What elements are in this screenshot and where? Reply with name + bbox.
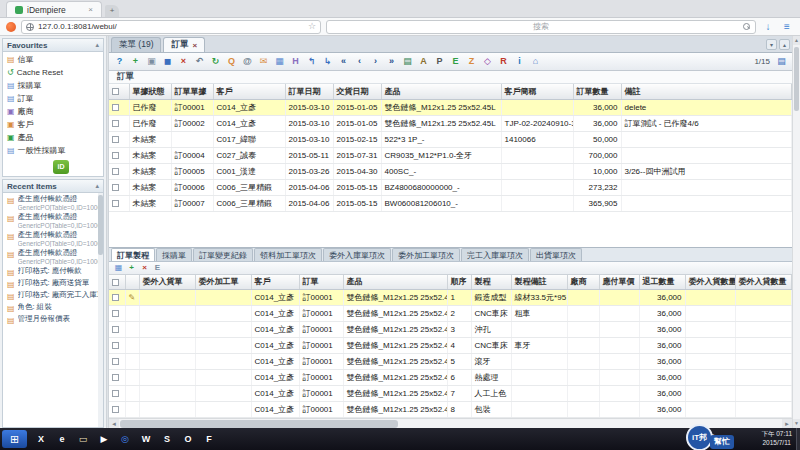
url-field[interactable]: 127.0.0.1:8081/webui/ ☆ <box>21 20 321 34</box>
recent-item[interactable]: ▤ 管理月份報價表 <box>3 314 103 326</box>
browser-icon[interactable]: O <box>179 430 197 448</box>
help-icon[interactable]: ? <box>112 54 127 69</box>
routing-row[interactable]: C014_立彥 訂00001 雙色鏈條_M12x1.25 25x52.45L 2… <box>109 306 792 322</box>
folder-icon[interactable]: ▭ <box>74 430 92 448</box>
detail-tab[interactable]: 領料加工單項次 <box>254 248 322 261</box>
detail-tab[interactable]: 完工入庫單項次 <box>461 248 529 261</box>
row-checkbox[interactable] <box>112 326 119 333</box>
recent-item[interactable]: ▤ 產生應付帳款憑證 GenericPO[Table=0,ID=1000037] <box>3 194 103 212</box>
tab-close-icon[interactable]: × <box>192 41 197 50</box>
column-header[interactable]: 客戶 <box>213 84 285 99</box>
browser-menu-icon[interactable]: ≡ <box>780 20 794 34</box>
row-checkbox[interactable] <box>112 184 119 191</box>
product-info-icon[interactable]: i <box>512 54 527 69</box>
chat-icon[interactable]: ✉ <box>256 54 271 69</box>
tab-close-icon[interactable]: × <box>88 5 93 14</box>
column-header[interactable]: 訂單單據 <box>171 84 213 99</box>
detail-delete-icon[interactable]: × <box>139 262 150 273</box>
word-icon[interactable]: W <box>137 430 155 448</box>
collapse-icon[interactable]: ▴ <box>95 182 99 190</box>
order-row[interactable]: 未結案 訂00004 C027_誠泰 2015-05-11 2015-07-31… <box>109 147 792 163</box>
favourite-item[interactable]: ▣ 客戶 <box>3 118 103 131</box>
column-header[interactable]: 退工數量 <box>639 275 685 290</box>
report-icon[interactable]: ▤ <box>400 54 415 69</box>
home-icon[interactable]: ⌂ <box>528 54 543 69</box>
scrollbar-thumb[interactable] <box>120 420 398 428</box>
attachment-icon[interactable]: @ <box>240 54 255 69</box>
favourite-item[interactable]: ▤ 採購單 <box>3 79 103 92</box>
row-checkbox[interactable] <box>112 104 119 111</box>
order-row[interactable]: 已作廢 訂00002 C014_立彥 2015-03-10 2015-01-05… <box>109 115 792 131</box>
column-header[interactable]: 委外入貨數量 <box>685 275 735 290</box>
row-checkbox[interactable] <box>112 374 119 381</box>
routing-row[interactable]: C014_立彥 訂00001 雙色鏈條_M12x1.25 25x52.45L 8… <box>109 402 792 418</box>
favourites-header[interactable]: Favourites ▴ <box>3 39 103 52</box>
sidebar-scrollbar[interactable] <box>98 193 103 427</box>
archive-icon[interactable]: A <box>416 54 431 69</box>
delete-icon[interactable]: × <box>176 54 191 69</box>
row-checkbox[interactable] <box>112 342 119 349</box>
bookmark-star-icon[interactable]: ☆ <box>308 22 316 31</box>
browser-tab[interactable]: iDempiere × <box>6 1 102 17</box>
save-icon[interactable]: ◼ <box>160 54 175 69</box>
export-icon[interactable]: E <box>448 54 463 69</box>
detail-new-icon[interactable]: + <box>126 262 137 273</box>
last-record-icon[interactable]: » <box>384 54 399 69</box>
new-record-icon[interactable]: + <box>128 54 143 69</box>
new-tab-button[interactable]: + <box>105 5 119 17</box>
order-row[interactable]: 未結案 訂00007 C006_三星精鍛 2015-04-06 2015-05-… <box>109 195 792 211</box>
column-header[interactable]: 備註 <box>621 84 792 99</box>
column-header[interactable]: 交貨日期 <box>333 84 381 99</box>
routing-row[interactable]: ✎ C014_立彥 訂00001 雙色鏈條_M12x1.25 25x52.45L… <box>109 290 792 306</box>
recent-item[interactable]: ▤ 打印格式: 廠商送貨單 <box>3 278 103 290</box>
recent-item[interactable]: ▤ 產生應付帳款憑證 GenericPO[Table=0,ID=1000034] <box>3 248 103 266</box>
collapse-icon[interactable]: ▴ <box>95 41 99 49</box>
detail-record-icon[interactable]: ↳ <box>320 54 335 69</box>
scroll-left-icon[interactable]: ◄ <box>109 419 119 429</box>
tab-menu[interactable]: 菜單 (19) <box>111 37 161 52</box>
copy-record-icon[interactable]: ▣ <box>144 54 159 69</box>
column-header[interactable]: 製程 <box>471 275 511 290</box>
column-header[interactable]: 產品 <box>343 275 447 290</box>
show-desktop-button[interactable] <box>796 428 800 450</box>
column-header[interactable]: 應付單價 <box>599 275 639 290</box>
select-all-checkbox[interactable] <box>112 279 119 286</box>
recent-item[interactable]: ▤ 產生應付帳款憑證 GenericPO[Table=0,ID=1000036] <box>3 212 103 230</box>
column-header[interactable]: 順序 <box>447 275 471 290</box>
routing-row[interactable]: C014_立彥 訂00001 雙色鏈條_M12x1.25 25x52.45L 6… <box>109 370 792 386</box>
order-row[interactable]: 未結案 訂00006 C006_三星精鍛 2015-04-06 2015-05-… <box>109 179 792 195</box>
scrollbar-thumb[interactable] <box>98 195 103 255</box>
ie-icon[interactable]: e <box>53 430 71 448</box>
column-header[interactable]: 訂單 <box>299 275 343 290</box>
search-icon[interactable] <box>743 23 750 30</box>
chrome-icon[interactable]: ◎ <box>116 430 134 448</box>
excel-icon[interactable]: X <box>32 430 50 448</box>
undo-icon[interactable]: ↶ <box>192 54 207 69</box>
detail-tab[interactable]: 委外加工單項次 <box>392 248 460 261</box>
detail-tab[interactable]: 委外入庫單項次 <box>323 248 391 261</box>
browser-logo-icon[interactable] <box>6 22 16 32</box>
history-icon[interactable]: H <box>288 54 303 69</box>
routing-row[interactable]: C014_立彥 訂00001 雙色鏈條_M12x1.25 25x52.45L 5… <box>109 354 792 370</box>
request-icon[interactable]: R <box>496 54 511 69</box>
recent-items-header[interactable]: Recent Items ▴ <box>3 180 103 193</box>
detail-tab[interactable]: 出貨單項次 <box>530 248 582 261</box>
start-button[interactable]: ⊞ <box>2 430 27 448</box>
select-all-checkbox[interactable] <box>112 88 119 95</box>
search-input[interactable]: 搜索 <box>326 20 756 34</box>
recent-item[interactable]: ▤ 打印格式: 應付帳款 <box>3 266 103 278</box>
scroll-right-icon[interactable]: ► <box>782 419 792 429</box>
column-header[interactable]: 委外入貨單 <box>139 275 195 290</box>
panel-expand-icon[interactable]: ▴ <box>779 39 790 50</box>
order-row[interactable]: 未結案 C017_緯聯 2015-03-10 2015-02-15 522*3 … <box>109 131 792 147</box>
column-header[interactable]: 客戶簡稱 <box>501 84 573 99</box>
recent-item[interactable]: ▤ 打印格式: 廠商完工入庫單 <box>3 290 103 302</box>
routing-row[interactable]: C014_立彥 訂00001 雙色鏈條_M12x1.25 25x52.45L 7… <box>109 386 792 402</box>
media-player-icon[interactable]: ▶ <box>95 430 113 448</box>
find-icon[interactable]: Q <box>224 54 239 69</box>
scrollbar-thumb[interactable] <box>794 47 799 111</box>
grid-toggle-icon[interactable]: ▦ <box>272 54 287 69</box>
favourite-item[interactable]: ▤ 訂單 <box>3 92 103 105</box>
row-checkbox[interactable] <box>112 168 119 175</box>
firefox-icon[interactable]: F <box>200 430 218 448</box>
